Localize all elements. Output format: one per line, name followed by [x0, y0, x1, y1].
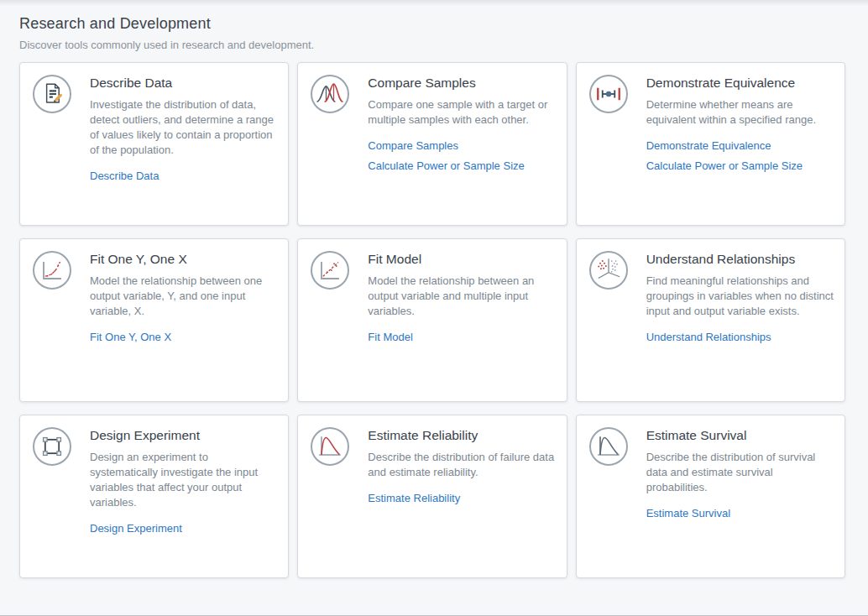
tool-icon-circle	[33, 251, 71, 290]
understand-relationships-icon	[592, 253, 625, 287]
tool-links: Understand Relationships	[646, 330, 834, 345]
fit-one-y-one-x-icon	[35, 253, 69, 287]
card-fit-model: Fit Model Model the relationship between…	[297, 238, 567, 402]
tool-card-body: Design Experiment Design an experiment t…	[90, 427, 277, 536]
tool-link[interactable]: Understand Relationships	[646, 330, 771, 345]
tool-link[interactable]: Demonstrate Equivalence	[646, 138, 771, 154]
tool-description: Describe the distribution of failure dat…	[368, 450, 555, 480]
tool-icon-circle	[33, 427, 71, 466]
tool-links: Describe Data	[90, 169, 277, 184]
tool-grid: Describe Data Investigate the distributi…	[19, 62, 845, 578]
tool-link[interactable]: Calculate Power or Sample Size	[646, 159, 803, 174]
tool-description: Compare one sample with a target or mult…	[368, 97, 555, 128]
tool-card-body: Estimate Reliability Describe the distri…	[368, 427, 555, 506]
tool-title: Fit One Y, One X	[90, 251, 277, 267]
card-estimate-survival: Estimate Survival Describe the distribut…	[576, 415, 845, 578]
research-and-development-page: Research and Development Discover tools …	[0, 0, 868, 578]
tool-links: Estimate Survival	[646, 506, 834, 521]
tool-card-body: Estimate Survival Describe the distribut…	[646, 427, 834, 521]
estimate-reliability-icon	[313, 430, 347, 463]
tool-link[interactable]: Compare Samples	[368, 138, 458, 154]
demonstrate-equivalence-icon	[592, 77, 625, 111]
tool-description: Model the relationship between an output…	[368, 274, 555, 319]
card-design-experiment: Design Experiment Design an experiment t…	[19, 415, 289, 578]
tool-links: Demonstrate EquivalenceCalculate Power o…	[646, 138, 834, 174]
tool-icon-circle	[33, 75, 71, 113]
tool-links: Compare SamplesCalculate Power or Sample…	[368, 138, 555, 174]
card-understand-relationships: Understand Relationships Find meaningful…	[576, 238, 845, 402]
tool-card-body: Understand Relationships Find meaningful…	[646, 251, 834, 345]
tool-card-body: Fit Model Model the relationship between…	[368, 251, 555, 345]
tool-description: Find meaningful relationships and groupi…	[646, 274, 834, 319]
tool-title: Demonstrate Equivalence	[646, 75, 834, 91]
tool-card-body: Demonstrate Equivalence Determine whethe…	[646, 75, 834, 174]
tool-link[interactable]: Design Experiment	[90, 521, 182, 536]
tool-description: Investigate the distribution of data, de…	[90, 97, 277, 158]
fit-model-icon	[313, 253, 347, 287]
compare-samples-icon	[313, 77, 347, 111]
card-describe-data: Describe Data Investigate the distributi…	[19, 62, 289, 226]
tool-links: Fit One Y, One X	[90, 330, 277, 345]
tool-description: Determine whether means are equivalent w…	[646, 97, 834, 128]
estimate-survival-icon	[592, 430, 625, 463]
page-title: Research and Development	[19, 15, 845, 33]
tool-description: Design an experiment to systematically i…	[90, 450, 277, 510]
tool-link[interactable]: Estimate Reliability	[368, 491, 460, 506]
describe-data-icon	[35, 77, 69, 111]
tool-description: Describe the distribution of survival da…	[646, 450, 834, 495]
tool-card-body: Fit One Y, One X Model the relationship …	[90, 251, 277, 345]
tool-title: Design Experiment	[90, 427, 277, 443]
tool-link[interactable]: Fit Model	[368, 330, 412, 345]
card-fit-one-y-one-x: Fit One Y, One X Model the relationship …	[19, 238, 289, 402]
tool-icon-circle	[589, 251, 628, 290]
design-experiment-icon	[35, 430, 69, 463]
tool-icon-circle	[589, 75, 628, 113]
card-estimate-reliability: Estimate Reliability Describe the distri…	[297, 415, 567, 578]
tool-icon-circle	[589, 427, 628, 466]
tool-title: Compare Samples	[368, 75, 555, 91]
tool-link[interactable]: Describe Data	[90, 169, 159, 184]
tool-title: Fit Model	[368, 251, 555, 267]
tool-title: Describe Data	[90, 75, 277, 91]
tool-card-body: Describe Data Investigate the distributi…	[90, 75, 277, 184]
tool-icon-circle	[311, 75, 349, 113]
page-header: Research and Development Discover tools …	[19, 0, 845, 51]
tool-links: Estimate Reliability	[368, 491, 555, 506]
tool-link[interactable]: Fit One Y, One X	[90, 330, 171, 345]
tool-links: Design Experiment	[90, 521, 277, 536]
tool-icon-circle	[311, 427, 349, 466]
page-subtitle: Discover tools commonly used in research…	[19, 39, 845, 51]
tool-links: Fit Model	[368, 330, 555, 345]
tool-icon-circle	[311, 251, 349, 290]
tool-card-body: Compare Samples Compare one sample with …	[368, 75, 555, 174]
tool-title: Estimate Survival	[646, 427, 834, 443]
tool-link[interactable]: Calculate Power or Sample Size	[368, 159, 524, 174]
card-compare-samples: Compare Samples Compare one sample with …	[297, 62, 567, 226]
card-demonstrate-equivalence: Demonstrate Equivalence Determine whethe…	[576, 62, 845, 226]
tool-title: Estimate Reliability	[368, 427, 555, 443]
tool-title: Understand Relationships	[646, 251, 834, 267]
tool-description: Model the relationship between one outpu…	[90, 274, 277, 319]
tool-link[interactable]: Estimate Survival	[646, 506, 730, 521]
